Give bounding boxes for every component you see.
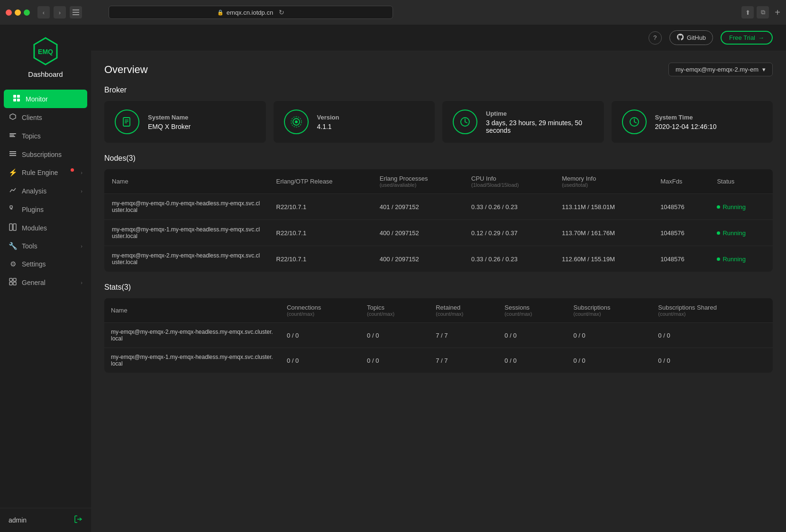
sidebar: EMQ Dashboard Monitor Clients bbox=[0, 25, 91, 532]
tools-icon: 🔧 bbox=[9, 242, 17, 250]
free-trial-button[interactable]: Free Trial → bbox=[721, 31, 773, 45]
system-time-info: System Time 2020-12-04 12:46:10 bbox=[655, 114, 717, 130]
svg-rect-0 bbox=[73, 9, 79, 10]
emq-logo: EMQ bbox=[30, 36, 61, 66]
version-info: Version 4.1.1 bbox=[317, 114, 339, 130]
sidebar-item-settings[interactable]: ⚙ Settings bbox=[0, 255, 91, 273]
svg-point-28 bbox=[295, 120, 298, 123]
url-bar[interactable]: 🔒 emqx.cn.iotdp.cn ↻ bbox=[109, 6, 393, 19]
close-traffic-light[interactable] bbox=[6, 9, 12, 16]
node-maxfds: 1048576 bbox=[653, 246, 709, 272]
back-button[interactable]: ‹ bbox=[37, 6, 50, 18]
svg-rect-10 bbox=[9, 133, 16, 134]
subscriptions-icon bbox=[9, 150, 17, 159]
monitor-label: Monitor bbox=[26, 95, 79, 103]
col-erlang: Erlang/OTP Release bbox=[269, 169, 372, 194]
dashboard-label: Dashboard bbox=[28, 70, 63, 78]
rule-engine-arrow: › bbox=[81, 170, 82, 175]
stats-table-header: Name Connections (count/max) Topics (cou… bbox=[104, 298, 773, 323]
table-row: my-emqx@my-emqx-1.my-emqx-headless.my-em… bbox=[104, 348, 773, 373]
new-tab-button[interactable]: + bbox=[775, 7, 780, 18]
table-row: my-emqx@my-emqx-0.my-emqx-headless.my-em… bbox=[104, 194, 773, 220]
nodes-table: Name Erlang/OTP Release Erlang Processes… bbox=[104, 169, 773, 272]
nav-section: Monitor Clients Topics Sub bbox=[0, 86, 91, 508]
sidebar-item-monitor[interactable]: Monitor bbox=[4, 90, 87, 108]
node-cpu: 0.33 / 0.26 / 0.23 bbox=[464, 246, 554, 272]
svg-rect-20 bbox=[13, 278, 16, 281]
svg-rect-22 bbox=[13, 282, 16, 285]
app-container: EMQ Dashboard Monitor Clients bbox=[0, 25, 786, 532]
page-title: Overview bbox=[104, 64, 148, 76]
col-cpu: CPU Info (1load/5load/15load) bbox=[464, 169, 554, 194]
help-button[interactable]: ? bbox=[649, 31, 662, 45]
minimize-traffic-light[interactable] bbox=[15, 9, 21, 16]
col-status: Status bbox=[709, 169, 773, 194]
content-area: Overview my-emqx@my-emqx-2.my-em ▾ Broke… bbox=[91, 51, 786, 532]
stats-retained: 7 / 7 bbox=[429, 323, 498, 348]
analysis-arrow: › bbox=[81, 188, 82, 194]
sidebar-item-subscriptions[interactable]: Subscriptions bbox=[0, 145, 91, 164]
uptime-value: 3 days, 23 hours, 29 minutes, 50 seconds bbox=[486, 119, 594, 134]
sidebar-item-analysis[interactable]: Analysis › bbox=[0, 182, 91, 200]
share-button[interactable]: ⬆ bbox=[741, 6, 754, 18]
reload-button[interactable]: ↻ bbox=[279, 9, 284, 16]
sidebar-footer: admin bbox=[0, 508, 91, 532]
logout-icon[interactable] bbox=[74, 515, 82, 525]
stats-table-body: my-emqx@my-emqx-2.my-emqx-headless.my-em… bbox=[104, 323, 773, 373]
cluster-selector[interactable]: my-emqx@my-emqx-2.my-em ▾ bbox=[668, 63, 773, 76]
stats-name: my-emqx@my-emqx-1.my-emqx-headless.my-em… bbox=[104, 348, 280, 373]
system-name-icon bbox=[115, 110, 139, 134]
general-label: General bbox=[22, 279, 76, 286]
lock-icon: 🔒 bbox=[217, 9, 224, 16]
status-dot bbox=[717, 231, 720, 235]
forward-button[interactable]: › bbox=[54, 6, 66, 18]
node-erlang: R22/10.7.1 bbox=[269, 246, 372, 272]
sidebar-item-topics[interactable]: Topics bbox=[0, 127, 91, 145]
node-processes: 401 / 2097152 bbox=[372, 194, 464, 220]
version-icon bbox=[284, 110, 309, 134]
github-label: GitHub bbox=[687, 34, 706, 41]
node-status: Running bbox=[709, 194, 773, 220]
free-trial-label: Free Trial bbox=[729, 34, 755, 41]
table-row: my-emqx@my-emqx-2.my-emqx-headless.my-em… bbox=[104, 323, 773, 348]
uptime-info: Uptime 3 days, 23 hours, 29 minutes, 50 … bbox=[486, 110, 594, 134]
tools-label: Tools bbox=[22, 242, 76, 250]
uptime-icon bbox=[453, 110, 477, 134]
stats-col-connections: Connections (count/max) bbox=[280, 298, 360, 323]
sidebar-item-general[interactable]: General › bbox=[0, 273, 91, 292]
main-content: ? GitHub Free Trial → Overview my-emqx@m… bbox=[91, 25, 786, 532]
sidebar-item-clients[interactable]: Clients bbox=[0, 108, 91, 127]
sidebar-item-tools[interactable]: 🔧 Tools › bbox=[0, 237, 91, 255]
page-header: Overview my-emqx@my-emqx-2.my-em ▾ bbox=[104, 63, 773, 76]
nodes-table-body: my-emqx@my-emqx-0.my-emqx-headless.my-em… bbox=[104, 194, 773, 272]
node-cpu: 0.12 / 0.29 / 0.37 bbox=[464, 220, 554, 246]
general-icon bbox=[9, 278, 17, 287]
stats-subscriptions: 0 / 0 bbox=[567, 348, 652, 373]
sidebar-item-rule-engine[interactable]: ⚡ Rule Engine › bbox=[0, 164, 91, 182]
sidebar-item-plugins[interactable]: Plugins bbox=[0, 200, 91, 219]
node-memory: 113.70M / 161.76M bbox=[554, 220, 653, 246]
modules-label: Modules bbox=[22, 224, 82, 232]
tools-arrow: › bbox=[81, 243, 82, 249]
stats-table: Name Connections (count/max) Topics (cou… bbox=[104, 298, 773, 373]
tab-overview-button[interactable]: ⧉ bbox=[757, 6, 769, 18]
node-name: my-emqx@my-emqx-2.my-emqx-headless.my-em… bbox=[104, 246, 269, 272]
stats-topics: 0 / 0 bbox=[360, 348, 429, 373]
svg-rect-11 bbox=[9, 135, 14, 136]
svg-text:EMQ: EMQ bbox=[38, 48, 53, 55]
uptime-label: Uptime bbox=[486, 110, 594, 117]
broker-card-system-time: System Time 2020-12-04 12:46:10 bbox=[612, 101, 773, 143]
subscriptions-label: Subscriptions bbox=[22, 151, 82, 158]
broker-section-title: Broker bbox=[104, 86, 773, 94]
stats-subscriptions: 0 / 0 bbox=[567, 323, 652, 348]
svg-rect-15 bbox=[9, 155, 16, 156]
fullscreen-traffic-light[interactable] bbox=[24, 9, 30, 16]
titlebar: ‹ › 🔒 emqx.cn.iotdp.cn ↻ ⬆ ⧉ + bbox=[0, 0, 786, 25]
sidebar-item-modules[interactable]: Modules bbox=[0, 219, 91, 237]
svg-rect-6 bbox=[17, 95, 20, 98]
github-button[interactable]: GitHub bbox=[669, 30, 713, 45]
svg-rect-2 bbox=[73, 14, 79, 15]
sidebar-toggle-button[interactable] bbox=[70, 6, 82, 18]
node-processes: 400 / 2097152 bbox=[372, 220, 464, 246]
stats-retained: 7 / 7 bbox=[429, 348, 498, 373]
